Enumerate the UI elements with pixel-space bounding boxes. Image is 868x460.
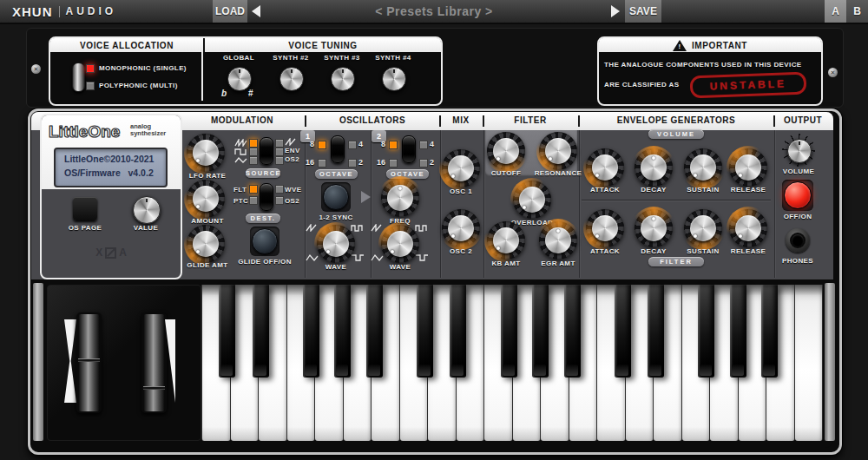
preset-prev-button[interactable] <box>252 5 260 17</box>
mod-dest-switch[interactable] <box>260 183 273 211</box>
black-key[interactable] <box>761 285 778 378</box>
preset-display[interactable]: < Presets Library > <box>375 0 493 23</box>
left-cheek <box>33 283 43 441</box>
osc2-octave-4: 4 <box>430 140 434 148</box>
osc1-octave-16: 16 <box>299 158 314 167</box>
xhun-logo-mark: X A <box>42 246 181 259</box>
sync-button[interactable] <box>321 182 351 212</box>
save-button[interactable]: SAVE <box>625 0 661 23</box>
egr-amt-label: EGR AMT <box>541 260 575 267</box>
env-flt-release-knob[interactable] <box>729 209 767 247</box>
env-flt-decay-knob[interactable] <box>635 209 673 247</box>
osc2-octave-16: 16 <box>370 158 385 167</box>
mix-osc2-knob[interactable] <box>442 209 480 247</box>
pitch-wheel[interactable] <box>76 312 102 413</box>
mod-wheel[interactable] <box>141 312 167 413</box>
mod-amount-knob[interactable] <box>187 180 225 218</box>
polyphonic-label: POLYPHONIC (MULTI) <box>99 82 178 89</box>
dest-wve-led <box>275 185 284 194</box>
phones-jack <box>786 228 810 253</box>
value-label: VALUE <box>134 224 159 232</box>
kb-amt-knob[interactable] <box>487 221 525 260</box>
tuning-synth2-label: SYNTH #2 <box>265 54 317 62</box>
lfo-rate-knob[interactable] <box>187 134 225 172</box>
tuning-global-label: GLOBAL <box>213 54 265 62</box>
os-page-label: OS PAGE <box>69 224 102 232</box>
screw-icon: ✕ <box>31 64 41 74</box>
triangle-wave-icon <box>306 253 319 261</box>
black-key[interactable] <box>730 285 746 378</box>
env-flt-attack-knob[interactable] <box>586 209 624 247</box>
lcd-line1: LittleOne©2010-2021 <box>64 154 154 164</box>
black-key[interactable] <box>253 285 269 378</box>
osc2-wave-knob[interactable] <box>381 225 419 263</box>
white-key[interactable] <box>795 285 824 441</box>
osc1-wave-knob[interactable] <box>317 225 355 263</box>
osc1-octave-4-led <box>348 141 357 149</box>
value-knob[interactable] <box>133 196 161 224</box>
preset-next-button[interactable] <box>611 5 620 17</box>
env-vol-decay-knob[interactable] <box>635 148 673 187</box>
black-key[interactable] <box>450 285 466 378</box>
littleone-logo: LittleOne <box>49 122 120 141</box>
black-key[interactable] <box>532 285 549 378</box>
egr-amt-knob[interactable] <box>539 221 577 260</box>
env-vol-release-knob[interactable] <box>729 148 767 187</box>
black-key[interactable] <box>698 285 714 378</box>
mix-osc2-label: OSC 2 <box>450 247 472 255</box>
black-key[interactable] <box>334 285 351 378</box>
preset-b-button[interactable]: B <box>846 0 868 23</box>
overload-knob[interactable] <box>513 181 551 219</box>
black-key[interactable] <box>615 285 631 378</box>
warning-icon: ! <box>673 40 687 51</box>
env-vol-attack-label: ATTACK <box>590 186 620 194</box>
tagline-bottom: synthesizer <box>130 130 166 137</box>
section-divider <box>440 130 441 278</box>
resonance-knob[interactable] <box>539 132 577 170</box>
env-vol-sustain-knob[interactable] <box>684 148 722 187</box>
output-volume-label: VOLUME <box>783 168 815 175</box>
modulation-title: MODULATION <box>211 115 273 125</box>
black-key[interactable] <box>366 285 383 378</box>
osc2-octave-2-led <box>419 159 428 168</box>
osc1-octave-switch[interactable] <box>331 135 345 163</box>
preset-a-button[interactable]: A <box>825 0 846 23</box>
glide-onoff-button[interactable] <box>250 227 279 256</box>
env-volume-pill: VOLUME <box>648 129 704 139</box>
tuning-synth3-knob[interactable] <box>331 67 355 91</box>
osc2-freq-label: FREQ <box>390 217 411 225</box>
mix-osc1-knob[interactable] <box>442 149 480 187</box>
source-lfo-saw-led <box>249 139 258 148</box>
glide-amt-knob[interactable] <box>187 225 225 263</box>
mod-source-switch[interactable] <box>260 137 273 165</box>
tuning-synth4-knob[interactable] <box>382 67 406 91</box>
output-onoff-label: OFF/ON <box>784 213 812 220</box>
monophonic-label: MONOPHONIC (SINGLE) <box>99 64 187 72</box>
source-lfo-tri-led <box>249 156 258 165</box>
output-volume-knob[interactable] <box>787 139 812 163</box>
env-vol-attack-knob[interactable] <box>586 148 624 187</box>
black-key[interactable] <box>501 285 517 378</box>
cutoff-knob[interactable] <box>487 132 525 170</box>
black-key[interactable] <box>417 285 433 378</box>
os-page-button[interactable] <box>73 197 97 220</box>
important-title: IMPORTANT <box>692 41 747 50</box>
osc1-wave-label: WAVE <box>326 263 347 271</box>
black-key[interactable] <box>564 285 581 378</box>
black-key[interactable] <box>648 285 664 378</box>
load-button[interactable]: LOAD <box>213 0 247 23</box>
voice-mode-toggle[interactable] <box>72 62 85 92</box>
output-onoff-button[interactable] <box>782 180 813 211</box>
xhun-a: A <box>119 246 127 259</box>
tuning-synth2-knob[interactable] <box>279 67 304 91</box>
black-key[interactable] <box>303 285 319 378</box>
sharp-symbol: # <box>248 89 253 98</box>
osc2-freq-knob[interactable] <box>381 179 419 217</box>
tuning-global-knob[interactable] <box>227 67 252 91</box>
black-key[interactable] <box>219 285 235 378</box>
osc2-octave-switch[interactable] <box>402 135 416 163</box>
env-flt-sustain-label: SUSTAIN <box>687 247 719 255</box>
env-flt-sustain-knob[interactable] <box>684 209 722 247</box>
unstable-stamp: UNSTABLE <box>690 72 807 99</box>
dest-os2-led <box>275 196 284 205</box>
